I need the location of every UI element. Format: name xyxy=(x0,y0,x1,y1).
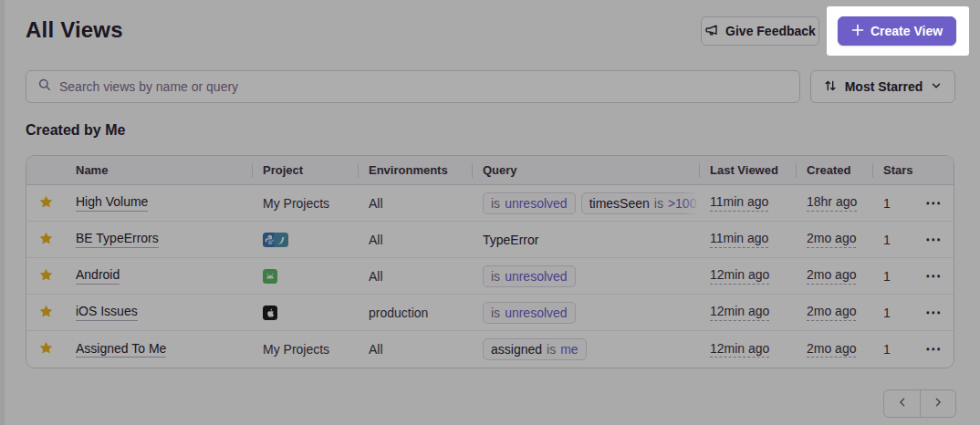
project-cell xyxy=(252,258,358,294)
give-feedback-button[interactable]: Give Feedback xyxy=(701,16,819,46)
environments-cell: All xyxy=(358,258,472,294)
query-cell: TypeError xyxy=(472,222,699,257)
star-icon[interactable] xyxy=(38,194,54,212)
menu-cell: ⋯ xyxy=(913,295,954,330)
last-viewed-value[interactable]: 12min ago xyxy=(710,341,769,358)
created-value[interactable]: 2mo ago xyxy=(807,341,856,358)
table-row[interactable]: Assigned To MeMy ProjectsAllassignedisme… xyxy=(26,331,954,368)
created-cell: 2mo ago xyxy=(796,258,872,294)
views-table: Name Project Environments Query Last Vie… xyxy=(26,155,954,368)
header-last-viewed: Last Viewed xyxy=(699,156,796,184)
query-token-part: TypeError xyxy=(483,233,538,247)
view-name-link[interactable]: Android xyxy=(76,267,120,285)
environments-cell: All xyxy=(358,185,472,221)
platform-icon-group xyxy=(263,269,277,284)
query-token-part: unresolved xyxy=(505,196,568,211)
query-token: isunresolved xyxy=(483,265,576,287)
project-cell: My Projects xyxy=(252,331,358,368)
megaphone-icon xyxy=(704,23,719,40)
chevron-right-icon xyxy=(932,396,944,411)
search-icon xyxy=(37,78,52,96)
created-value[interactable]: 2mo ago xyxy=(807,231,856,248)
query-cell: assignedisme xyxy=(472,331,699,368)
view-name-link[interactable]: Assigned To Me xyxy=(76,341,166,358)
stars-cell: 1 xyxy=(872,222,913,257)
ellipsis-menu-button[interactable]: ⋯ xyxy=(925,235,942,244)
search-bar[interactable] xyxy=(26,70,800,103)
created-cell: 2mo ago xyxy=(796,222,872,257)
give-feedback-label: Give Feedback xyxy=(725,24,816,38)
header-environments: Environments xyxy=(358,156,472,184)
project-cell xyxy=(252,295,358,330)
star-cell xyxy=(26,258,65,294)
query-token-part: unresolved xyxy=(505,306,568,320)
next-page-button[interactable] xyxy=(920,390,955,417)
plus-icon xyxy=(851,24,864,39)
menu-cell: ⋯ xyxy=(913,185,954,221)
sort-label: Most Starred xyxy=(845,79,923,94)
ellipsis-menu-button[interactable]: ⋯ xyxy=(925,308,942,317)
stars-cell: 1 xyxy=(872,331,913,368)
ellipsis-menu-button[interactable]: ⋯ xyxy=(925,272,942,281)
header-stars: Stars xyxy=(872,156,913,184)
last-viewed-value[interactable]: 11min ago xyxy=(710,194,768,212)
query-token-part: is xyxy=(491,306,500,320)
star-count: 1 xyxy=(883,196,891,211)
create-view-button[interactable]: Create View xyxy=(838,16,956,46)
search-input[interactable] xyxy=(59,79,788,94)
view-name-link[interactable]: iOS Issues xyxy=(76,304,138,321)
query-token-part: is xyxy=(547,342,556,357)
view-name-link[interactable]: BE TypeErrors xyxy=(76,231,159,248)
page-title: All Views xyxy=(26,17,123,43)
query-token-part: >100 xyxy=(668,196,697,211)
stars-cell: 1 xyxy=(872,295,913,330)
star-cell xyxy=(26,331,65,368)
environment-label: production xyxy=(369,306,428,320)
header-menu-column xyxy=(913,156,954,184)
query-token: isunresolved xyxy=(483,302,576,324)
table-row[interactable]: iOS Issuesproductionisunresolved12min ag… xyxy=(26,295,954,331)
ellipsis-menu-button[interactable]: ⋯ xyxy=(925,345,942,354)
ellipsis-menu-button[interactable]: ⋯ xyxy=(925,199,942,208)
environments-cell: production xyxy=(358,295,472,330)
chevron-left-icon xyxy=(896,396,909,411)
name-cell: High Volume xyxy=(65,185,252,221)
last-viewed-value[interactable]: 12min ago xyxy=(710,267,769,285)
sort-dropdown[interactable]: Most Starred xyxy=(810,70,955,103)
name-cell: Android xyxy=(65,258,252,294)
query-token-part: unresolved xyxy=(505,269,568,284)
query-token-part: is xyxy=(654,196,663,211)
created-value[interactable]: 18hr ago xyxy=(807,194,857,212)
flask-icon xyxy=(274,233,288,247)
created-cell: 18hr ago xyxy=(796,185,872,221)
stars-cell: 1 xyxy=(872,258,913,294)
created-cell: 2mo ago xyxy=(796,295,872,330)
query-cell: isunresolved xyxy=(472,258,699,294)
created-value[interactable]: 2mo ago xyxy=(807,267,856,285)
last-viewed-cell: 12min ago xyxy=(699,331,796,368)
name-cell: Assigned To Me xyxy=(65,331,252,368)
all-views-page: All Views Give Feedback Create View xyxy=(0,0,980,425)
query-token: assignedisme xyxy=(483,338,587,360)
environment-label: All xyxy=(369,342,383,357)
query-token: isunresolved xyxy=(483,192,576,214)
view-name-link[interactable]: High Volume xyxy=(76,194,148,212)
last-viewed-value[interactable]: 11min ago xyxy=(710,231,768,248)
table-row[interactable]: BE TypeErrorsAllTypeError11min ago2mo ag… xyxy=(26,222,954,258)
last-viewed-cell: 11min ago xyxy=(699,185,796,221)
star-icon[interactable] xyxy=(38,304,54,322)
star-count: 1 xyxy=(883,269,891,284)
project-label: My Projects xyxy=(263,342,329,357)
table-row[interactable]: AndroidAllisunresolved12min ago2mo ago1⋯ xyxy=(26,258,954,295)
last-viewed-cell: 11min ago xyxy=(699,222,796,257)
content-left-edge xyxy=(0,0,5,425)
star-icon[interactable] xyxy=(38,267,54,285)
created-value[interactable]: 2mo ago xyxy=(807,304,856,321)
previous-page-button[interactable] xyxy=(884,390,920,417)
table-row[interactable]: High VolumeMy ProjectsAllisunresolvedtim… xyxy=(26,185,954,222)
star-icon[interactable] xyxy=(38,340,54,358)
star-icon[interactable] xyxy=(38,231,54,249)
menu-cell: ⋯ xyxy=(913,222,954,257)
menu-cell: ⋯ xyxy=(913,258,954,294)
last-viewed-value[interactable]: 12min ago xyxy=(710,304,769,321)
